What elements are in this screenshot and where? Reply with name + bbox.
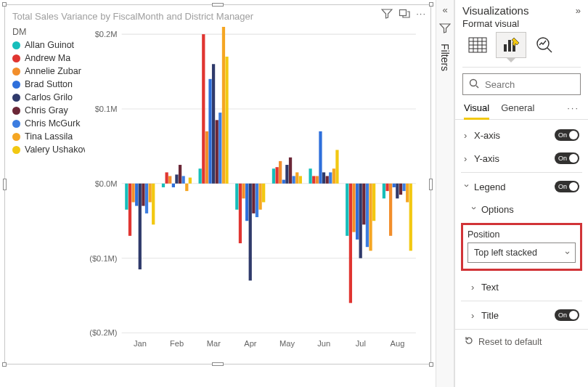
section-legend[interactable]: › Legend On xyxy=(461,176,582,197)
svg-text:Mar: Mar xyxy=(207,339,221,348)
section-x-axis[interactable]: › X-axis On xyxy=(461,124,582,146)
svg-rect-28 xyxy=(185,184,188,191)
chart-title: Total Sales Variance by FiscalMonth and … xyxy=(5,5,430,23)
svg-rect-74 xyxy=(356,184,359,240)
svg-text:($0.2M): ($0.2M) xyxy=(89,328,118,337)
svg-rect-23 xyxy=(168,176,171,183)
svg-rect-12 xyxy=(128,184,131,236)
svg-rect-33 xyxy=(205,131,208,184)
svg-rect-79 xyxy=(372,184,375,221)
svg-text:Jun: Jun xyxy=(317,339,330,348)
svg-rect-51 xyxy=(272,168,275,184)
chart-legend: DM Allan GuinotAndrew MaAnnelie ZubarBra… xyxy=(12,27,85,357)
legend-item[interactable]: Tina Lassila xyxy=(12,131,85,142)
svg-rect-27 xyxy=(182,176,185,183)
svg-rect-62 xyxy=(312,176,315,183)
svg-rect-75 xyxy=(359,184,362,258)
search-input-wrapper[interactable] xyxy=(462,73,581,95)
section-legend-text[interactable]: › Text xyxy=(461,277,582,298)
pane-title: Visualizations xyxy=(462,4,528,17)
svg-rect-88 xyxy=(406,184,409,203)
legend-title-toggle[interactable]: On xyxy=(555,309,579,321)
search-icon xyxy=(469,78,479,91)
legend-label: Chris McGurk xyxy=(25,118,80,129)
filter-icon[interactable] xyxy=(381,8,393,22)
svg-rect-36 xyxy=(216,120,219,183)
svg-line-102 xyxy=(547,48,552,52)
svg-rect-86 xyxy=(399,184,402,195)
position-setting-highlight: Position Top left stacked › xyxy=(461,223,582,271)
svg-rect-47 xyxy=(256,184,258,217)
chart-plot-area[interactable]: $0.2M$0.1M$0.0M($0.1M)($0.2M)JanFebMarAp… xyxy=(85,27,423,357)
svg-rect-32 xyxy=(202,34,205,184)
legend-label: Allan Guinot xyxy=(25,40,74,50)
expand-filters-icon[interactable]: « xyxy=(442,4,447,15)
chevron-right-icon: › xyxy=(471,310,477,321)
svg-rect-43 xyxy=(242,184,245,199)
legend-swatch xyxy=(12,94,20,102)
focus-mode-icon[interactable] xyxy=(399,8,410,22)
section-y-axis[interactable]: › Y-axis On xyxy=(461,147,582,169)
reset-icon xyxy=(464,335,474,348)
legend-item[interactable]: Valery Ushakov xyxy=(12,144,85,155)
tab-more-icon[interactable]: ··· xyxy=(567,102,579,119)
legend-label: Annelie Zubar xyxy=(25,66,81,76)
section-legend-title[interactable]: › Title On xyxy=(461,304,582,326)
svg-rect-77 xyxy=(366,184,369,247)
legend-item[interactable]: Allan Guinot xyxy=(12,40,85,50)
report-canvas[interactable]: ··· Total Sales Variance by FiscalMonth … xyxy=(0,0,436,387)
svg-text:Apr: Apr xyxy=(244,339,257,348)
svg-line-104 xyxy=(476,86,478,88)
svg-rect-64 xyxy=(319,131,322,184)
svg-rect-76 xyxy=(362,184,365,225)
filter-icon xyxy=(439,23,451,36)
svg-text:$0.2M: $0.2M xyxy=(95,30,118,38)
legend-item[interactable]: Chris Gray xyxy=(12,105,85,115)
svg-rect-42 xyxy=(239,184,242,243)
chevron-down-icon: › xyxy=(469,207,480,213)
chevron-right-icon: › xyxy=(471,282,477,293)
section-legend-options[interactable]: › Options xyxy=(461,199,582,220)
reset-to-default[interactable]: Reset to default xyxy=(455,329,588,354)
svg-rect-69 xyxy=(335,150,338,183)
svg-text:$0.1M: $0.1M xyxy=(95,105,118,113)
svg-rect-22 xyxy=(166,172,168,183)
svg-rect-39 xyxy=(225,57,228,184)
format-visual-tab[interactable] xyxy=(496,32,526,58)
svg-rect-14 xyxy=(135,184,138,206)
legend-item[interactable]: Brad Sutton xyxy=(12,79,85,89)
legend-swatch xyxy=(12,107,20,115)
legend-item[interactable]: Andrew Ma xyxy=(12,53,85,63)
svg-rect-66 xyxy=(326,176,329,183)
legend-swatch xyxy=(12,120,20,128)
legend-toggle[interactable]: On xyxy=(555,181,579,192)
y-axis-toggle[interactable]: On xyxy=(555,152,579,164)
legend-item[interactable]: Carlos Grilo xyxy=(12,92,85,102)
svg-rect-16 xyxy=(142,184,144,206)
filters-pane-collapsed[interactable]: « Filters xyxy=(436,0,454,387)
legend-position-dropdown[interactable]: Top left stacked › xyxy=(467,243,576,263)
x-axis-toggle[interactable]: On xyxy=(555,129,579,141)
svg-rect-26 xyxy=(179,165,181,184)
tab-general[interactable]: General xyxy=(501,102,534,119)
svg-rect-61 xyxy=(309,168,311,184)
svg-rect-89 xyxy=(409,184,412,251)
svg-rect-67 xyxy=(329,172,332,183)
collapse-pane-icon[interactable]: » xyxy=(576,5,581,16)
more-options-icon[interactable]: ··· xyxy=(416,8,426,22)
svg-rect-13 xyxy=(131,184,134,203)
tab-visual[interactable]: Visual xyxy=(464,102,489,120)
build-visual-tab[interactable] xyxy=(462,32,493,58)
legend-swatch xyxy=(12,54,20,62)
legend-item[interactable]: Chris McGurk xyxy=(12,118,85,129)
svg-text:Feb: Feb xyxy=(170,339,184,348)
svg-rect-65 xyxy=(322,172,325,183)
analytics-tab[interactable] xyxy=(529,32,560,58)
svg-rect-55 xyxy=(285,165,288,184)
legend-item[interactable]: Annelie Zubar xyxy=(12,66,85,76)
format-search-input[interactable] xyxy=(483,78,588,91)
svg-rect-63 xyxy=(316,176,319,183)
svg-rect-38 xyxy=(222,27,225,184)
legend-label: Tina Lassila xyxy=(25,131,73,142)
chart-visual-frame[interactable]: ··· Total Sales Variance by FiscalMonth … xyxy=(4,4,431,364)
